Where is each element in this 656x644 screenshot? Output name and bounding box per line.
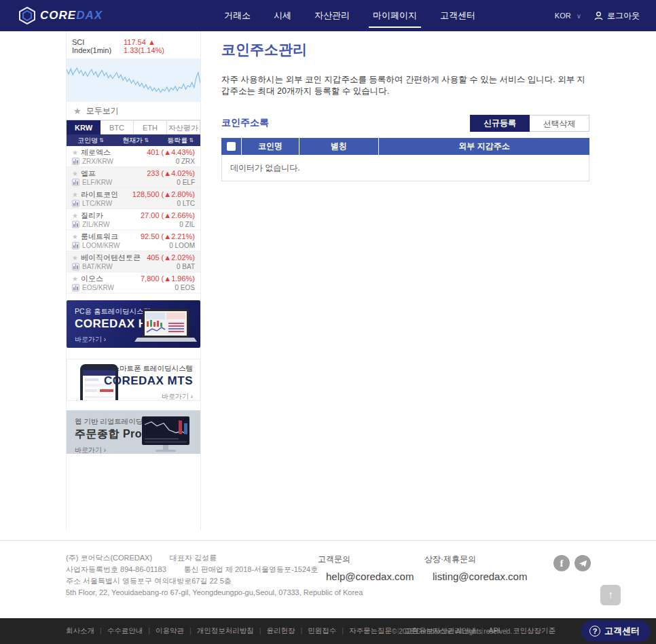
- link-privacy[interactable]: 개인정보처리방침: [184, 626, 254, 634]
- delete-selected-button[interactable]: 선택삭제: [530, 115, 589, 132]
- view-all-label: 모두보기: [86, 105, 119, 117]
- market-tabs: KRW BTC ETH 자산평가: [67, 120, 200, 135]
- coin-row-eos[interactable]: ★이오스7,800 (▲1.96%) EOS/KRW0 EOS: [67, 272, 200, 293]
- banner-hts[interactable]: PC용 홈트레이딩시스템 COREDAX HTS 바로가기 ›: [67, 300, 200, 348]
- listing-email[interactable]: listing@coredax.com: [433, 571, 527, 582]
- social-links: f: [553, 555, 591, 571]
- nav-right: KOR ∨ 로그아웃: [555, 0, 640, 31]
- coin-row-bat[interactable]: ★베이직어텐션토큰405 (▲2.02%) BAT/KRW0 BAT: [67, 251, 200, 272]
- favorite-star-icon[interactable]: ★: [72, 274, 78, 283]
- chevron-right-icon: ›: [104, 336, 106, 343]
- table-header: 코인명 별칭 외부 지갑주소: [221, 138, 589, 155]
- chevron-right-icon: ›: [191, 393, 193, 400]
- register-button[interactable]: 신규등록: [470, 115, 530, 132]
- facebook-icon[interactable]: f: [553, 555, 570, 571]
- view-all-row[interactable]: ★ 모두보기: [67, 102, 200, 120]
- chart-badge-icon[interactable]: [72, 200, 79, 207]
- tab-krw[interactable]: KRW: [67, 120, 101, 135]
- link-faq[interactable]: 자주묻는질문: [336, 626, 392, 634]
- chart-badge-icon[interactable]: [72, 158, 79, 165]
- nav-item-assets[interactable]: 자산관리: [314, 0, 350, 31]
- sort-coin-name[interactable]: 코인명⇅: [67, 136, 116, 145]
- coin-pair: ZRX/KRW: [82, 157, 113, 166]
- ceo: 대표자 김성룡: [170, 554, 217, 562]
- favorite-star-icon[interactable]: ★: [72, 253, 78, 262]
- coin-row-loom[interactable]: ★룸네트워크92.50 (▲2.21%) LOOM/KRW0 LOOM: [67, 230, 200, 251]
- section-row: 코인주소록 신규등록 선택삭제: [221, 115, 589, 132]
- favorite-star-icon[interactable]: ★: [72, 211, 78, 220]
- coin-row-zrx[interactable]: ★제로엑스401 (▲4.43%) ZRX/KRW0 ZRX: [67, 146, 200, 167]
- coin-price: 128,500 (▲2.80%): [132, 190, 195, 199]
- coin-name: 라이트코인: [81, 190, 118, 199]
- tab-eth[interactable]: ETH: [134, 120, 167, 135]
- select-all-checkbox[interactable]: [227, 142, 236, 151]
- coin-row-elf[interactable]: ★엘프233 (▲4.02%) ELF/KRW0 ELF: [67, 167, 200, 188]
- coin-price: 401 (▲4.43%): [147, 148, 195, 157]
- favorite-star-icon[interactable]: ★: [72, 232, 78, 241]
- customer-center-button[interactable]: ? 고객센터: [581, 620, 651, 642]
- page-description: 자주 사용하시는 외부 코인 지갑주소를 등록하여 간편하게 사용할 수 있는 …: [221, 74, 589, 97]
- chart-badge-icon[interactable]: [72, 221, 79, 228]
- coin-row-zil[interactable]: ★질리카27.00 (▲2.66%) ZIL/KRW0 ZIL: [67, 209, 200, 230]
- coin-amount: 0 LTC: [177, 199, 196, 208]
- page: COREDAX 거래소 시세 자산관리 마이페이지 고객센터 KOR ∨ 로그아…: [0, 0, 656, 644]
- logout-button[interactable]: 로그아웃: [594, 10, 640, 22]
- coin-amount: 0 ZRX: [176, 157, 195, 166]
- bottom-bar: 회사소개수수료안내이용약관개인정보처리방침윤리헌장민원접수자주묻는질문교환유보자…: [0, 618, 656, 644]
- coin-price: 405 (▲2.02%): [147, 253, 195, 262]
- main-content: 코인주소관리 자주 사용하시는 외부 코인 지갑주소를 등록하여 간편하게 사용…: [221, 31, 589, 181]
- contact-label: 고객문의: [318, 554, 414, 565]
- link-ethics[interactable]: 윤리헌장: [254, 626, 295, 634]
- coin-amount: 0 ELF: [177, 178, 195, 187]
- coin-row-ltc[interactable]: ★라이트코인128,500 (▲2.80%) LTC/KRW0 LTC: [67, 188, 200, 209]
- logo-text: COREDAX: [40, 9, 103, 22]
- contact-block: 고객문의 help@coredax.com: [318, 554, 414, 582]
- banner-pro[interactable]: 웹 기반 리얼트레이딩시스템 주문종합 Pro 바로가기 ›: [67, 410, 200, 454]
- banner-link[interactable]: 바로가기 ›: [104, 392, 193, 401]
- nav-item-support[interactable]: 고객센터: [440, 0, 475, 31]
- telegram-icon[interactable]: [575, 555, 591, 571]
- section-title: 코인주소록: [221, 117, 269, 132]
- star-icon: ★: [73, 106, 81, 116]
- chart-badge-icon[interactable]: [72, 242, 79, 249]
- contact-email[interactable]: help@coredax.com: [326, 571, 414, 582]
- footer: (주) 코어닥스(COREDAX)대표자 김성룡 사업자등록번호 894-86-…: [0, 540, 656, 618]
- tab-btc[interactable]: BTC: [101, 120, 134, 135]
- chart-badge-icon[interactable]: [72, 179, 79, 186]
- language-selector[interactable]: KOR: [555, 12, 571, 20]
- coin-name: 엘프: [81, 169, 96, 178]
- chart-badge-icon[interactable]: [72, 263, 79, 270]
- logout-label: 로그아웃: [607, 10, 640, 22]
- coin-address-table: 코인명 별칭 외부 지갑주소 데이터가 없습니다.: [221, 138, 589, 181]
- link-terms[interactable]: 이용약관: [143, 626, 184, 634]
- nav-item-market[interactable]: 시세: [274, 0, 291, 31]
- coredax-logo[interactable]: COREDAX: [19, 7, 103, 24]
- banner-mts[interactable]: 스마트폰 트레이딩시스템 COREDAX MTS 바로가기 ›: [67, 359, 200, 401]
- coin-name: 제로엑스: [81, 148, 111, 157]
- link-about[interactable]: 회사소개: [66, 626, 94, 634]
- coin-pair: EOS/KRW: [82, 283, 114, 292]
- license: 통신 판매업 제 2018-서울영등포-1524호: [184, 565, 318, 573]
- sort-icon: ⇅: [99, 137, 104, 143]
- coin-list-header: 코인명⇅ 현재가⇅ 등락률⇅: [67, 135, 200, 146]
- favorite-star-icon[interactable]: ★: [72, 190, 78, 199]
- sort-price[interactable]: 현재가⇅: [116, 136, 155, 145]
- chevron-right-icon: ›: [104, 446, 106, 454]
- button-group: 신규등록 선택삭제: [470, 115, 589, 132]
- favorite-star-icon[interactable]: ★: [72, 148, 78, 157]
- sort-change[interactable]: 등락률⇅: [155, 136, 200, 145]
- banner-subtitle: 스마트폰 트레이딩시스템: [104, 364, 193, 374]
- tab-asset-eval[interactable]: 자산평가: [167, 120, 200, 135]
- link-fees[interactable]: 수수료안내: [94, 626, 143, 634]
- laptop-image: [134, 308, 197, 343]
- chevron-down-icon[interactable]: ∨: [577, 12, 581, 20]
- page-title: 코인주소관리: [221, 40, 589, 59]
- nav-item-exchange[interactable]: 거래소: [224, 0, 251, 31]
- favorite-star-icon[interactable]: ★: [72, 169, 78, 178]
- sci-chart-line: [67, 68, 200, 92]
- company-name: (주) 코어닥스(COREDAX): [66, 554, 152, 562]
- nav-item-mypage[interactable]: 마이페이지: [373, 0, 417, 31]
- scroll-to-top-button[interactable]: ↑: [600, 585, 621, 605]
- link-complaints[interactable]: 민원접수: [295, 626, 336, 634]
- chart-badge-icon[interactable]: [72, 284, 79, 291]
